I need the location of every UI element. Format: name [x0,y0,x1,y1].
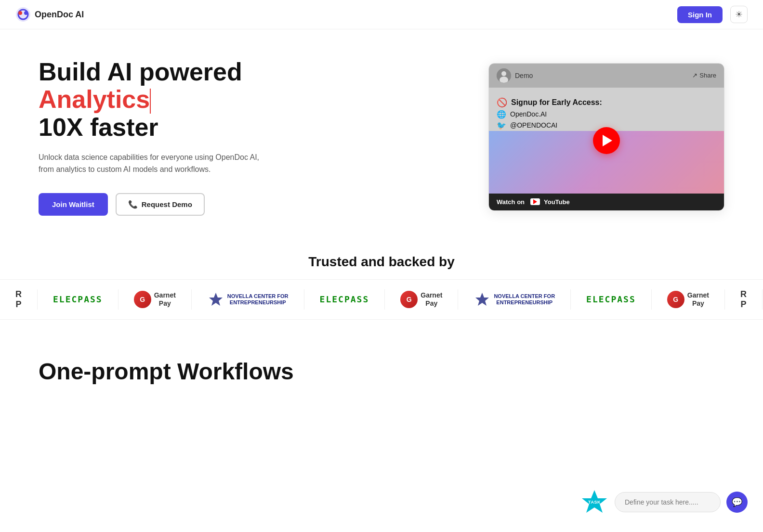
one-prompt-title: One-prompt Workflows [39,358,724,385]
garnet-pay-icon-3: G [667,291,684,308]
hero-section: Build AI powered Analytics 10X faster Un… [0,29,763,235]
play-triangle-icon [603,135,612,146]
youtube-play-icon [533,199,537,204]
hero-text: Build AI powered Analytics 10X faster Un… [39,58,260,216]
signup-header: 🚫 Signup for Early Access: [497,97,716,108]
globe-icon: 🌐 [497,110,506,119]
garnet-pay-icon: G [134,291,151,308]
garnet-pay-icon-2: G [400,291,418,308]
share-button[interactable]: ↗ Share [692,72,716,79]
garnet-pay-name: Garnet [154,291,176,299]
video-bottombar: Watch on YouTube [489,194,724,210]
elecpass-logo-2: ELECPASS [320,294,369,304]
list-item: G Garnet Pay [118,289,192,310]
hero-title: Build AI powered Analytics 10X faster [39,58,260,142]
hero-line3: 10X faster [39,113,158,141]
sign-in-button[interactable]: Sign In [677,6,723,23]
rp-logo: RP [15,289,22,310]
video-body: 🚫 Signup for Early Access: 🌐 OpenDoc.AI … [489,88,724,194]
list-item: NOVELLA CENTER FORENTREPRENEURSHIP [458,289,571,310]
list-item: ELECPASS [38,289,118,310]
user-avatar-icon [497,68,511,83]
trusted-section: Trusted and backed by RP ELECPASS G Garn… [0,235,763,329]
hero-line1: Build AI powered [39,58,242,86]
brand-name: OpenDoc AI [35,10,84,20]
svg-point-2 [18,11,22,15]
logos-strip: RP ELECPASS G Garnet Pay NOVELLA CENTER … [0,279,763,320]
block-icon: 🚫 [497,97,507,108]
garnet-name-3: Garnet [687,291,709,299]
opendoc-logo-icon [15,7,31,22]
novella-text: NOVELLA CENTER FORENTREPRENEURSHIP [227,293,289,306]
trusted-title: Trusted and backed by [0,254,763,270]
novella-icon [207,291,224,308]
join-waitlist-button[interactable]: Join Waitlist [39,193,108,216]
rp-logo-dup: RP [740,289,747,310]
garnet-sub-2: Pay [421,299,442,308]
one-prompt-section: One-prompt Workflows [0,329,763,394]
hero-buttons: Join Waitlist 📞 Request Demo [39,193,260,216]
sun-icon: ☀ [735,9,743,20]
hero-accent: Analytics [39,85,150,113]
svg-point-3 [24,11,28,15]
website-line: 🌐 OpenDoc.AI [497,110,716,119]
youtube-icon [530,198,540,205]
video-embed: Demo ↗ Share 🚫 Signup for Early Access: … [488,63,724,211]
list-item: G Garnet Pay [652,289,725,310]
list-item: RP [725,289,763,310]
share-label: Share [699,72,716,79]
video-topbar: Demo ↗ Share [489,64,724,88]
garnet-sub-3: Pay [687,299,709,308]
elecpass-logo-3: ELECPASS [586,294,636,304]
list-item: NOVELLA CENTER FORENTREPRENEURSHIP [192,289,304,310]
website-text: OpenDoc.AI [510,110,547,118]
list-item: G Garnet Pay [385,289,458,310]
list-item: ELECPASS [304,289,385,310]
logos-inner: RP ELECPASS G Garnet Pay NOVELLA CENTER … [0,289,763,310]
request-demo-button[interactable]: 📞 Request Demo [116,193,205,216]
novella-icon-2 [474,291,491,308]
video-meta: Demo [497,68,533,83]
brand-logo-area: OpenDoc AI [15,7,84,22]
play-button[interactable] [593,127,620,154]
youtube-logo: YouTube [530,198,570,206]
garnet-pay-sub: Pay [154,299,176,308]
theme-toggle-button[interactable]: ☀ [730,6,748,23]
hero-video: Demo ↗ Share 🚫 Signup for Early Access: … [488,63,724,211]
elecpass-logo: ELECPASS [53,294,103,304]
garnet-name-2: Garnet [421,291,442,299]
nav-actions: Sign In ☀ [677,6,748,23]
svg-marker-7 [209,293,223,306]
share-icon: ↗ [692,72,697,79]
svg-point-5 [501,71,506,76]
avatar [497,68,511,83]
list-item: ELECPASS [571,289,652,310]
video-signup-info: 🚫 Signup for Early Access: 🌐 OpenDoc.AI … [497,95,716,130]
svg-marker-8 [475,293,489,306]
twitter-icon: 🐦 [497,121,506,130]
hero-subtitle: Unlock data science capabilities for eve… [39,151,260,176]
twitter-handle: @OPENDOCAI [510,121,557,129]
cursor-blink [150,89,151,114]
navbar: OpenDoc AI Sign In ☀ [0,0,763,29]
watch-on-label: Watch on [497,198,525,206]
list-item: RP [0,289,38,310]
signup-text: Signup for Early Access: [511,98,602,107]
demo-label: Demo [515,72,533,79]
youtube-text: YouTube [544,198,570,206]
request-demo-label: Request Demo [142,200,192,208]
novella-text-2: NOVELLA CENTER FORENTREPRENEURSHIP [494,293,555,306]
phone-icon: 📞 [128,200,138,209]
